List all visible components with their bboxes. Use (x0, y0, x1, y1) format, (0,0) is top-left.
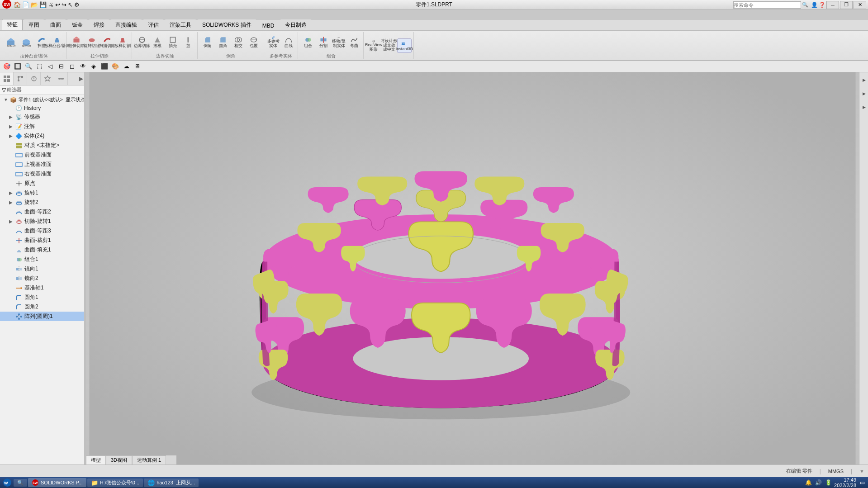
tree-item-cut-revolve1[interactable]: ▶ 切除-旋转1 (0, 217, 85, 226)
undo-icon[interactable]: ↩ (55, 1, 60, 8)
panel-tab-config[interactable] (41, 72, 54, 85)
tree-item-annotations[interactable]: ▶ 📝 注解 (0, 122, 85, 131)
taskbar-item-cortana[interactable]: 🔍 (14, 479, 27, 487)
zoom-fit-icon[interactable]: 🔲 (13, 62, 23, 71)
viewport[interactable]: X Y Z (86, 72, 859, 464)
right-panel-icon-2[interactable]: ▶ (860, 87, 868, 100)
fillet-icon[interactable]: 圆角 (216, 35, 230, 49)
panel-tab-tree[interactable] (14, 72, 27, 85)
lofted-cut-icon[interactable]: 放样切割 (115, 35, 130, 49)
tab-manufacture[interactable]: 今日制造 (280, 19, 312, 30)
tab-plugins[interactable]: SOLIDWORKS 插件 (197, 19, 256, 30)
bottom-tab-3dview[interactable]: 3D视图 (106, 455, 132, 465)
tray-network-icon[interactable]: 🔔 (804, 479, 812, 487)
chamfer-icon[interactable]: 倒角 (200, 35, 215, 49)
tree-item-surface-fill1[interactable]: 曲面-填充1 (0, 245, 85, 255)
boundary-cut-icon[interactable]: 边界切除 (135, 35, 149, 49)
start-button[interactable]: W (2, 478, 13, 487)
taskbar-item-browser[interactable]: 🌐 hao123_上网从... (144, 479, 199, 487)
taskbar-item-folder[interactable]: 📁 H:\微信公众号\0... (87, 479, 143, 487)
tree-item-material[interactable]: 材质 <未指定> (0, 141, 85, 150)
previous-view-icon[interactable]: ◁ (45, 62, 55, 71)
multi-body-icon[interactable]: 多参考实体 (266, 35, 280, 49)
tree-item-mirror2[interactable]: 镜向2 (0, 274, 85, 283)
lofted-boss-icon[interactable]: 放样凸台/基体 (50, 35, 64, 49)
swept-cut-icon[interactable]: 扫描切除 (100, 35, 114, 49)
tree-item-surface-trim1[interactable]: 曲面-裁剪1 (0, 236, 85, 245)
redo-icon[interactable]: ↪ (62, 1, 66, 8)
minimize-button[interactable]: ─ (826, 1, 839, 9)
print-icon[interactable]: 🖨 (48, 1, 54, 8)
tree-item-circular-pattern1[interactable]: 阵列(圆周)1 (0, 312, 85, 321)
section-view-icon[interactable]: ⊟ (56, 62, 66, 71)
panel-tab-more[interactable] (54, 72, 68, 85)
tree-item-front-plane[interactable]: 前视基准面 (0, 150, 85, 160)
tree-item-root[interactable]: ▼ 📦 零件1 (默认<<默认>_显示状态 1>) (0, 95, 85, 104)
tree-item-top-plane[interactable]: 上视基准面 (0, 160, 85, 169)
combine-icon2[interactable]: 组合 (301, 35, 315, 49)
tab-direct-editing[interactable]: 直接编辑 (110, 19, 142, 30)
rib-icon[interactable]: 筋 (181, 35, 195, 49)
bottom-tab-model[interactable]: 模型 (86, 455, 106, 465)
tree-item-fillet1[interactable]: 圆角1 (0, 293, 85, 302)
tree-item-revolve2[interactable]: ▶ 旋转2 (0, 198, 85, 207)
revolved-boss-icon[interactable]: 旋转凸台/基体 (19, 35, 33, 49)
clock[interactable]: 17:49 2022/2/28 (834, 477, 856, 488)
tree-item-surface-offset2[interactable]: 曲面-等距2 (0, 207, 85, 217)
shell-icon[interactable]: 抽壳 (166, 35, 180, 49)
select-icon[interactable]: ↖ (68, 1, 73, 8)
tree-item-right-plane[interactable]: 右视基准面 (0, 169, 85, 179)
help-icon[interactable]: ❓ (819, 2, 825, 8)
tab-mbd[interactable]: MBD (257, 21, 280, 30)
draft-icon[interactable]: 拔模 (150, 35, 165, 49)
design-form-icon[interactable]: 将设计形 将设计形成文效成中文 (382, 38, 396, 53)
tree-item-ref-axis1[interactable]: 基准轴1 (0, 283, 85, 293)
tab-features[interactable]: 特征 (2, 19, 23, 30)
wrap-icon[interactable]: 包覆 (247, 35, 261, 49)
tree-item-mirror1[interactable]: 镜向1 (0, 264, 85, 274)
new-icon[interactable]: 📄 (22, 1, 29, 8)
tab-weldments[interactable]: 焊接 (89, 19, 109, 30)
right-panel-icon-3[interactable]: ▶ (860, 100, 868, 114)
view-orient-icon[interactable]: 🎯 (2, 62, 12, 71)
tree-item-origin[interactable]: 原点 (0, 179, 85, 188)
tab-render[interactable]: 渲染工具 (165, 19, 196, 30)
extruded-cut-icon[interactable]: 拉伸切除 (69, 35, 84, 49)
search-input[interactable] (733, 1, 801, 9)
tree-item-revolve1[interactable]: ▶ 旋转1 (0, 188, 85, 198)
tab-sketch[interactable]: 草图 (24, 19, 44, 30)
save-icon[interactable]: 💾 (39, 1, 47, 8)
view3d-icon[interactable]: ◻ (67, 62, 77, 71)
split-icon[interactable]: 分割 (316, 35, 331, 49)
display-style-icon[interactable]: ◈ (89, 62, 99, 71)
panel-expand-icon[interactable]: ▶ (79, 76, 83, 82)
panel-tab-model[interactable] (0, 72, 14, 85)
hide-bodies-icon[interactable]: ⬛ (100, 62, 109, 71)
view-settings-icon[interactable]: 🖥 (132, 62, 142, 71)
show-desktop-icon[interactable]: ▭ (858, 479, 866, 487)
tab-surface[interactable]: 曲面 (45, 19, 66, 30)
tree-item-surface-offset3[interactable]: 曲面-等距3 (0, 226, 85, 236)
bottom-tab-motion[interactable]: 运动算例 1 (132, 455, 166, 465)
revolved-cut-icon[interactable]: 旋转切除 (85, 35, 99, 49)
curve-icon[interactable]: 曲线 (281, 35, 296, 49)
tree-item-combine1[interactable]: 组合1 (0, 255, 85, 264)
tree-item-fillet2[interactable]: 圆角2 (0, 302, 85, 312)
panel-tab-properties[interactable] (27, 72, 41, 85)
zoom-area-icon[interactable]: ⬚ (34, 62, 44, 71)
appearance-icon[interactable]: 🎨 (110, 62, 120, 71)
right-panel-icon-1[interactable]: ▶ (860, 73, 868, 87)
instant3d-icon[interactable]: 3D Instant3D (397, 38, 412, 53)
close-button[interactable]: ✕ (854, 1, 866, 9)
tree-item-history[interactable]: 🕐 History (0, 104, 85, 112)
deform-icon[interactable]: 移动/复制实体 (332, 35, 346, 49)
tab-evaluate[interactable]: 评估 (143, 19, 164, 30)
search-icon[interactable]: 🔍 (802, 2, 808, 8)
zoom-in-icon[interactable]: 🔍 (24, 62, 33, 71)
tab-sheetmetal[interactable]: 钣金 (67, 19, 88, 30)
hide-show-icon[interactable]: 👁 (78, 62, 88, 71)
tray-volume-icon[interactable]: 🔊 (814, 479, 822, 487)
tree-item-solid-bodies[interactable]: ▶ 🔷 实体(24) (0, 131, 85, 141)
flex-icon[interactable]: 弯曲 (347, 35, 361, 49)
taskbar-item-sw[interactable]: SW SOLIDWORKS P... (28, 478, 86, 487)
